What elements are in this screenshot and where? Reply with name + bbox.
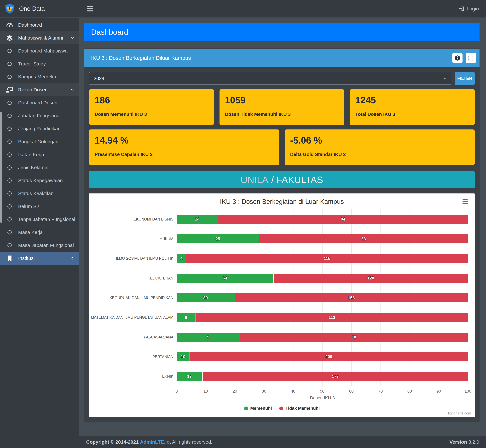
sidebar-item-status-kepegawaian[interactable]: Status Kepegawaian — [0, 174, 79, 187]
stat-label: Total Dosen IKU 3 — [355, 112, 395, 117]
iku3-card-body: 2024 FILTER 186 Dosen Memenuhi IKU 3 105… — [84, 67, 479, 422]
bar-row-kedokteran: KEDOKTERAN 64 128 — [176, 274, 468, 283]
bar-segment-tidak-memenuhi[interactable]: 128 — [274, 274, 468, 283]
bar-segment-tidak-memenuhi[interactable]: 84 — [218, 215, 468, 224]
stat-delta[interactable]: -5.06 % Delta Gold Standar IKU 3 — [285, 129, 475, 165]
circle-icon — [5, 243, 14, 248]
category-label: KEGURUAN DAN ILMU PENDIDIKAN — [110, 296, 173, 300]
sidebar-item-tanpa-jabatan-fungsional[interactable]: Tanpa Jabatan Fungsional — [0, 213, 79, 226]
sidebar: One Data Dashboard Mahasiswa & Alumni Da… — [0, 0, 79, 448]
unila-logo-icon — [5, 4, 15, 14]
category-label: HUKUM — [160, 237, 173, 241]
stat-value: 186 — [95, 95, 208, 105]
iku3-card-header: IKU 3 : Dosen Berkegiatan Diluar Kampus — [84, 49, 479, 67]
stat-value: 1245 — [355, 95, 469, 105]
stat-total[interactable]: 1245 Total Dosen IKU 3 — [350, 89, 475, 125]
top-navbar: Login — [79, 0, 486, 18]
sidebar-item-belum-s2[interactable]: Belum S2 — [0, 200, 79, 213]
highcharts-credit[interactable]: Highcharts.com — [446, 411, 471, 416]
bar-segment-memenuhi[interactable]: 4 — [176, 254, 186, 263]
chevron-down-icon — [443, 76, 447, 80]
stat-tidak-memenuhi[interactable]: 1059 Dosen Tidak Memenuhi IKU 3 — [220, 89, 344, 125]
x-axis-tick: 70 — [378, 389, 383, 393]
bar-row-ekonomi-dan-bisnis: EKONOMI DAN BISNIS 14 84 — [176, 215, 468, 224]
x-axis-tick: 90 — [436, 389, 441, 393]
stat-memenuhi[interactable]: 186 Dosen Memenuhi IKU 3 — [89, 89, 214, 125]
circle-icon — [5, 74, 14, 80]
bar-segment-memenuhi[interactable]: 8 — [176, 313, 196, 322]
sidebar-toggle-button[interactable] — [87, 6, 94, 12]
sidebar-item-dashboard-dosen[interactable]: Dashboard Dosen — [0, 96, 79, 109]
circle-icon — [5, 165, 14, 170]
filter-button[interactable]: FILTER — [455, 72, 475, 85]
bar-segment-memenuhi[interactable]: 17 — [176, 372, 203, 381]
bar-segment-tidak-memenuhi[interactable]: 63 — [259, 234, 468, 243]
legend-item-memenuhi[interactable]: Memenuhi — [244, 406, 272, 411]
chart-context-menu-button[interactable] — [460, 197, 470, 205]
sidebar-item-jenjang-pendidikan[interactable]: Jenjang Pendidikan — [0, 122, 79, 135]
stat-label: Dosen Tidak Memenuhi IKU 3 — [225, 112, 291, 117]
fakultas-label: / FAKULTAS — [271, 174, 323, 185]
bar-segment-tidak-memenuhi[interactable]: 115 — [186, 254, 468, 263]
stat-value: 14.94 % — [95, 135, 274, 146]
circle-icon — [5, 152, 14, 157]
category-label: ILMU SOSIAL DAN ILMU POLITIK — [116, 256, 173, 261]
bar-segment-tidak-memenuhi[interactable]: 18 — [240, 333, 468, 342]
bar-row-keguruan-dan-ilmu-pendidikan: KEGURUAN DAN ILMU PENDIDIKAN 39 156 — [176, 293, 468, 302]
login-label: Login — [467, 6, 479, 12]
sidebar-item-dashboard[interactable]: Dashboard — [0, 18, 79, 32]
sidebar-item-jabatan-fungsional[interactable]: Jabatan Fungsional — [0, 109, 79, 122]
bar-segment-memenuhi[interactable]: 25 — [176, 234, 259, 243]
bar-segment-memenuhi[interactable]: 14 — [176, 215, 218, 224]
x-axis-tick: 60 — [349, 389, 354, 393]
circle-icon — [5, 139, 14, 144]
stats-row-1: 186 Dosen Memenuhi IKU 3 1059 Dosen Tida… — [89, 89, 475, 125]
category-label: TEKNIK — [160, 374, 173, 379]
bar-segment-tidak-memenuhi[interactable]: 173 — [203, 372, 468, 381]
expand-button[interactable] — [466, 53, 476, 63]
category-label: EKONOMI DAN BISNIS — [134, 217, 173, 221]
building-icon — [5, 255, 14, 262]
stat-label: Dosen Memenuhi IKU 3 — [95, 112, 147, 117]
bar-segment-tidak-memenuhi[interactable]: 209 — [190, 352, 468, 361]
bar-segment-memenuhi[interactable]: 10 — [176, 352, 190, 361]
sidebar-item-pangkat-golongan[interactable]: Pangkat Golongan — [0, 135, 79, 148]
sidebar-item-mahasiswa-alumni[interactable]: Mahasiswa & Alumni — [0, 32, 79, 44]
bar-segment-memenuhi[interactable]: 39 — [176, 293, 235, 302]
x-axis-title: Dosen IKU 3 — [176, 395, 468, 400]
sidebar-item-dashboard-mahasiswa[interactable]: Dashboard Mahasiswa — [0, 44, 79, 57]
adminlte-link[interactable]: AdminLTE.io — [140, 439, 170, 445]
sidebar-item-jenis-kelamin[interactable]: Jenis Kelamin — [0, 161, 79, 174]
bar-segment-tidak-memenuhi[interactable]: 113 — [196, 313, 468, 322]
sidebar-item-institusi[interactable]: Institusi — [0, 252, 79, 265]
bar-segment-tidak-memenuhi[interactable]: 156 — [235, 293, 468, 302]
sidebar-item-masa-jabatan-fungsional[interactable]: Masa Jabatan Fungsional — [0, 239, 79, 252]
stat-label: Presentase Capaian IKU 3 — [95, 152, 153, 157]
info-button[interactable] — [452, 53, 462, 63]
login-link[interactable]: Login — [458, 6, 479, 12]
teacher-icon — [5, 86, 14, 94]
year-select[interactable]: 2024 — [89, 72, 451, 85]
sidebar-item-tracer-study[interactable]: Tracer Study — [0, 57, 79, 70]
brand[interactable]: One Data — [0, 0, 79, 18]
sidebar-item-rekap-dosen[interactable]: Rekap Dosen — [0, 83, 79, 96]
sidebar-item-status-keaktifan[interactable]: Status Keaktifan — [0, 187, 79, 200]
sidebar-item-kampus-merdeka[interactable]: Kampus Merdeka — [0, 70, 79, 83]
bar-segment-memenuhi[interactable]: 5 — [176, 333, 240, 342]
expand-icon — [468, 55, 474, 61]
menu-icon — [462, 199, 468, 200]
iku3-card-title: IKU 3 : Dosen Berkegiatan Diluar Kampus — [91, 55, 191, 61]
sidebar-item-masa-kerja[interactable]: Masa Kerja — [0, 226, 79, 239]
chevron-down-icon — [70, 36, 74, 40]
legend-marker-icon — [244, 407, 248, 410]
circle-icon — [5, 48, 14, 54]
legend-item-tidak-memenuhi[interactable]: Tidak Memenuhi — [279, 406, 320, 411]
year-select-value: 2024 — [94, 76, 104, 81]
bar-segment-memenuhi[interactable]: 64 — [176, 274, 274, 283]
stat-presentase[interactable]: 14.94 % Presentase Capaian IKU 3 — [89, 129, 279, 165]
circle-icon — [5, 61, 14, 67]
sidebar-scrollbar[interactable] — [0, 112, 2, 223]
speedometer-icon — [5, 21, 14, 29]
chart-legend: Memenuhi Tidak Memenuhi — [89, 406, 475, 411]
sidebar-item-ikatan-kerja[interactable]: Ikatan Kerja — [0, 148, 79, 161]
